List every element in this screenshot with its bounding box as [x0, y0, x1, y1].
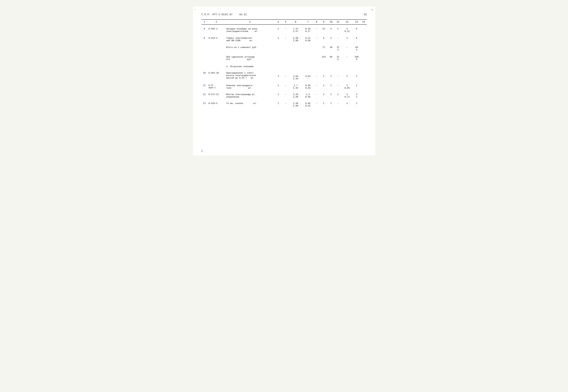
- subtotal-col2: [208, 44, 225, 52]
- row-11-col8: –: [314, 83, 320, 90]
- subtotal-col13: 504: [353, 44, 360, 52]
- note-col5: [282, 54, 289, 62]
- row-11-col1: II: [201, 83, 208, 90]
- note-col8: [314, 54, 320, 62]
- col-header-7: 7: [302, 19, 314, 25]
- row-10-col3: Присоединение к элект-росети электродвиг…: [225, 70, 274, 80]
- row-11-col9: 2: [320, 83, 328, 90]
- row-13-col8: –: [314, 101, 320, 108]
- row-11-col11: –: [334, 83, 342, 90]
- note-col9: I44: [320, 54, 328, 62]
- row-8-col10: 5: [328, 25, 334, 33]
- row-13-col14: [360, 101, 367, 108]
- row-13-col12: 2: [342, 101, 353, 108]
- row-12-col6: 3,33I,69: [289, 92, 302, 98]
- row-13-col1: I3: [201, 101, 208, 108]
- subtotal-col8: [314, 44, 320, 52]
- table-row: IO 8–48I–20 Присоединение к элект-росети…: [201, 70, 367, 80]
- row-10-col6: 2,04I,44: [289, 70, 302, 80]
- row-8-col5: –: [282, 25, 289, 33]
- col-header-3: 3: [225, 19, 274, 25]
- row-11-col7: 0,050,04: [302, 83, 314, 90]
- row-8-col14: [360, 25, 367, 33]
- row-11-col13: 2: [353, 83, 360, 90]
- col-header-4: 4: [274, 19, 282, 25]
- row-8-col1: 8: [201, 25, 208, 33]
- row-10-col12: 2: [342, 70, 353, 80]
- row-10-col10: I: [328, 70, 334, 80]
- row-10-col8: –: [314, 70, 320, 80]
- document-title: Т.П.Р. 4ТТ-I-ОI4I.87: [201, 13, 233, 16]
- note-col6: [289, 54, 302, 62]
- row-10-col11: –: [334, 70, 342, 80]
- row-12-col14: [360, 92, 367, 98]
- row-10-col9: 2: [320, 70, 328, 80]
- table-row: II 8–2Iприл.I Ревизия электродвига-теля …: [201, 83, 367, 90]
- row-9-col12: 3: [342, 35, 353, 42]
- row-13-col4: I: [274, 101, 282, 108]
- row-8-col13: 8: [353, 25, 360, 33]
- row-9-col10: 4: [328, 35, 334, 42]
- row-11-col5: –: [282, 83, 289, 90]
- subtotal-col6: [289, 44, 302, 52]
- row-9-col9: 5: [320, 35, 328, 42]
- subtotal-col11: II3: [334, 44, 342, 52]
- section-col3: 2. Погрузчик скиповый: [225, 64, 274, 68]
- row-13-col10: I: [328, 101, 334, 108]
- row-11-col3: Ревизия электродвига-теля шт.: [225, 83, 274, 90]
- row-12-col1: I2: [201, 92, 208, 98]
- row-13-col11: –: [334, 101, 342, 108]
- note-col7: [302, 54, 314, 62]
- corner-top-left: —: [195, 8, 196, 11]
- row-9-col7: 0,2I0,09: [302, 35, 314, 42]
- row-8-col8: –: [314, 25, 320, 33]
- row-8-col7: 0,350,I7: [302, 25, 314, 33]
- row-11-col12: 20,05: [342, 83, 353, 90]
- row-8-col11: I: [334, 25, 342, 33]
- row-12-col9: 3: [320, 92, 328, 98]
- row-8-col6: 7,472,57: [289, 25, 302, 33]
- col-header-11: II: [334, 19, 342, 25]
- row-9-col13: 6: [353, 35, 360, 42]
- note-col12: –: [342, 54, 353, 62]
- row-9-col11: –: [334, 35, 342, 42]
- table-row: I2 8–57I–I3 Монтаж электрошкафа шт.управ…: [201, 92, 367, 98]
- row-12-col10: 2: [328, 92, 334, 98]
- subtotal-col3: Итого на I комплект руб.: [225, 44, 274, 52]
- row-12-col4: I: [274, 92, 282, 98]
- row-8-col3: Насадка полумуфт на валыэлектродвигателе…: [225, 25, 274, 33]
- subtotal-col4: [274, 44, 282, 52]
- row-12-col2: 8–57I–I3: [208, 92, 225, 98]
- row-9-col1: 9: [201, 35, 208, 42]
- row-10-col4: I: [274, 70, 282, 80]
- row-10-col2: 8–48I–20: [208, 70, 225, 80]
- page-number: 52: [364, 13, 367, 16]
- table-row: I3 8–529–5 То же, кнопки шт. I – I,99I,0…: [201, 101, 367, 108]
- col-header-2: 2: [208, 19, 225, 25]
- section-col2: [208, 64, 225, 68]
- row-9-col4: 2: [274, 35, 282, 42]
- table-row: 9 8–543–2 Тормоз электромагнит-ный МО–22…: [201, 35, 367, 42]
- row-13-col3: То же, кнопки шт.: [225, 101, 274, 108]
- table-header-row: I 2 3 4 5 6 7 8 9 IO II I2 I3 I4: [201, 19, 367, 25]
- note-col2: [208, 54, 225, 62]
- subtotal-col12: –: [342, 44, 353, 52]
- note-col4: [274, 54, 282, 62]
- subtotal-col5: [282, 44, 289, 52]
- row-8-col2: 8–492–2: [208, 25, 225, 33]
- note-col3: При сдвоенной эстакадеК=2 руб.: [225, 54, 274, 62]
- row-11-col14: [360, 83, 367, 90]
- col-header-10: IO: [328, 19, 334, 25]
- row-10-col14: [360, 70, 367, 80]
- row-9-col2: 8–543–2: [208, 35, 225, 42]
- row-8-col4: 2: [274, 25, 282, 33]
- row-12-col13: 3I: [353, 92, 360, 98]
- col-header-8: 8: [314, 19, 320, 25]
- row-10-col7: 0,04–: [302, 70, 314, 80]
- subtotal-col10: 30: [328, 44, 334, 52]
- col-header-5: 5: [282, 19, 289, 25]
- row-12-col3: Монтаж электрошкафа шт.управления: [225, 92, 274, 98]
- row-9-col8: –: [314, 35, 320, 42]
- row-9-col14: [360, 35, 367, 42]
- row-12-col5: –: [282, 92, 289, 98]
